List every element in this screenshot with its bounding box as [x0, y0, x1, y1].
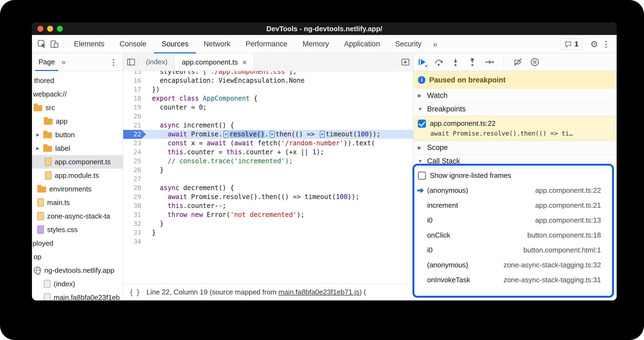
step-into-marker-icon[interactable]: [320, 131, 325, 138]
code-text: [146, 175, 413, 184]
chevron-down-icon[interactable]: ▼: [418, 159, 424, 164]
line-number[interactable]: 24: [123, 148, 146, 157]
deactivate-breakpoints-icon[interactable]: [513, 57, 523, 67]
expand-arrow-icon[interactable]: ▶: [36, 132, 43, 137]
code-line-32: 32 }: [123, 219, 413, 228]
chevron-right-icon[interactable]: ▶: [418, 145, 424, 150]
tree-item-app-component-ts[interactable]: app.component.ts: [32, 155, 123, 169]
tree-item-button[interactable]: ▶button: [32, 128, 123, 142]
globe-icon: [34, 267, 41, 274]
line-number[interactable]: 17: [123, 85, 146, 94]
line-number[interactable]: 21: [123, 121, 146, 130]
editor-tab-index[interactable]: (index): [139, 53, 175, 71]
tree-item-app[interactable]: app: [32, 114, 123, 128]
section-watch[interactable]: ▶ Watch: [414, 89, 617, 102]
callstack-frame[interactable]: (anonymous)app.component.ts:22: [414, 183, 617, 198]
tree-item-app-module-ts[interactable]: app.module.ts: [32, 169, 123, 182]
line-number[interactable]: 25: [123, 157, 146, 166]
line-number[interactable]: 16: [123, 76, 146, 85]
tree-item-ployed[interactable]: ployed: [32, 236, 123, 250]
step-out-icon[interactable]: [467, 57, 477, 67]
main-menu-kebab-icon[interactable]: ⋮: [600, 39, 612, 49]
navigator-more-tabs-icon[interactable]: »: [61, 58, 66, 66]
code-text: }: [146, 219, 413, 228]
code-line-25: 25 // console.trace('incremented');: [123, 157, 413, 166]
callstack-frame[interactable]: incrementapp.component.ts:21: [414, 198, 617, 213]
pretty-print-icon[interactable]: { }: [129, 288, 139, 296]
expand-arrow-icon[interactable]: ▶: [36, 146, 43, 151]
resume-script-icon[interactable]: [417, 57, 427, 67]
tab-elements[interactable]: Elements: [66, 35, 112, 53]
editor-tab-app-component[interactable]: app.component.ts ×: [175, 53, 254, 71]
toggle-debugger-sidebar-icon[interactable]: [398, 53, 413, 71]
line-number[interactable]: 33: [123, 228, 146, 237]
callstack-frame[interactable]: i0button.component.html:1: [414, 243, 617, 258]
tab-memory[interactable]: Memory: [295, 35, 337, 53]
ignore-listed-checkbox[interactable]: [418, 172, 426, 180]
line-number[interactable]: 31: [123, 210, 146, 219]
tree-item-main-ts[interactable]: main.ts: [32, 196, 123, 209]
section-breakpoints[interactable]: ▼ Breakpoints: [414, 102, 617, 116]
step-into-marker-icon[interactable]: [223, 131, 228, 138]
code-line-27: 27: [123, 175, 413, 184]
line-number[interactable]: 18: [123, 94, 146, 103]
inspect-element-icon[interactable]: [36, 38, 48, 50]
breakpoint-marker[interactable]: 22: [123, 130, 146, 139]
close-tab-icon[interactable]: ×: [242, 54, 247, 71]
step-into-marker-icon[interactable]: [270, 131, 275, 138]
pause-on-exceptions-icon[interactable]: [530, 57, 540, 67]
navigator-tab-page[interactable]: Page: [34, 53, 59, 71]
line-number[interactable]: 19: [123, 103, 146, 112]
breakpoint-entry[interactable]: app.component.ts:22 await Promise.resolv…: [414, 116, 617, 141]
line-number[interactable]: 20: [123, 112, 146, 121]
line-number[interactable]: 30: [123, 201, 146, 210]
line-number[interactable]: 32: [123, 219, 146, 228]
line-number[interactable]: 23: [123, 139, 146, 148]
tree-item-styles-css[interactable]: styles.css: [32, 223, 123, 236]
section-call-stack[interactable]: ▼ Call Stack: [414, 155, 617, 168]
tree-item-label[interactable]: ▶label: [32, 142, 123, 155]
callstack-frame[interactable]: (anonymous)zone-async-stack-tagging.ts:3…: [414, 258, 617, 272]
source-map-link[interactable]: main.fa8bfa0e23f1eb71.js: [278, 288, 359, 296]
step-over-icon[interactable]: [434, 57, 444, 67]
tab-network[interactable]: Network: [196, 35, 238, 53]
tree-item-environments[interactable]: environments: [32, 182, 123, 196]
breakpoint-checkbox[interactable]: [418, 120, 426, 128]
line-number[interactable]: 27: [123, 175, 146, 184]
source-code-viewer[interactable]: 15 styleUrls: ['./app.component.css'],16…: [123, 71, 413, 284]
step-into-icon[interactable]: [450, 57, 461, 67]
tree-item-zone-async-stack-ta[interactable]: zone-async-stack-ta: [32, 209, 123, 223]
line-number[interactable]: 15: [123, 71, 146, 76]
line-number[interactable]: 28: [123, 184, 146, 193]
issues-button[interactable]: 1: [560, 39, 583, 50]
device-toolbar-icon[interactable]: [48, 38, 61, 50]
settings-gear-icon[interactable]: ⚙: [588, 38, 600, 50]
callstack-frame[interactable]: onClickbutton.component.ts:18: [414, 228, 617, 243]
tree-item-thored[interactable]: thored: [32, 74, 123, 87]
chevron-right-icon[interactable]: ▶: [418, 93, 424, 98]
tree-item--index-[interactable]: (index): [32, 277, 123, 291]
tree-item-webpack-[interactable]: webpack://: [32, 87, 123, 101]
tree-item-label: (index): [54, 280, 75, 288]
section-scope[interactable]: ▶ Scope: [414, 141, 617, 155]
tab-application[interactable]: Application: [337, 35, 388, 53]
tree-item-ng-devtools-netlify-app[interactable]: ng-devtools.netlify.app: [32, 264, 123, 277]
tab-console[interactable]: Console: [112, 35, 154, 53]
tree-item-src[interactable]: src: [32, 101, 123, 114]
step-icon[interactable]: [484, 57, 494, 67]
chevron-down-icon[interactable]: ▼: [418, 107, 424, 112]
tree-item-op[interactable]: op: [32, 250, 123, 264]
line-number[interactable]: 29: [123, 193, 146, 201]
tab-security[interactable]: Security: [388, 35, 429, 53]
toggle-navigator-icon[interactable]: [123, 53, 139, 71]
more-panels-icon[interactable]: »: [429, 40, 441, 49]
callstack-frame[interactable]: onInvokeTaskzone-async-stack-tagging.ts:…: [414, 272, 617, 287]
tree-item-main-fa8bfa0e23f1eb[interactable]: main.fa8bfa0e23f1eb: [32, 291, 123, 300]
tab-sources[interactable]: Sources: [154, 35, 196, 53]
line-number[interactable]: 34: [123, 237, 146, 246]
navigator-kebab-icon[interactable]: ⋮: [108, 57, 119, 67]
line-number[interactable]: 26: [123, 166, 146, 175]
code-line-28: 28 async decrement() {: [123, 184, 413, 193]
callstack-frame[interactable]: i0app.component.ts:13: [414, 213, 617, 228]
tab-performance[interactable]: Performance: [238, 35, 295, 53]
